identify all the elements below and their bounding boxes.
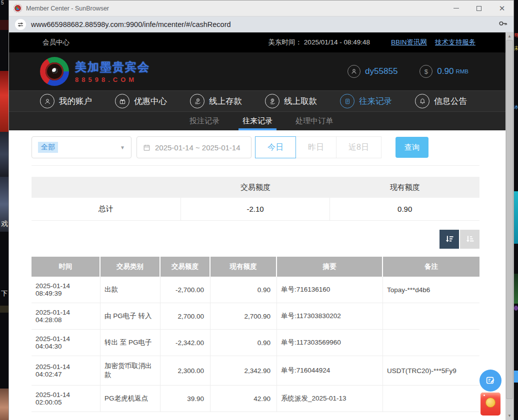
summary-total-row: 总计 -2.10 0.90 (32, 198, 480, 221)
feedback-compose-button[interactable] (480, 370, 502, 392)
cell-amount: -2,342.00 (160, 330, 210, 356)
background-fragment (514, 306, 518, 311)
site-logo-text[interactable]: 美加墨贵宾会 88598.COM (75, 59, 150, 83)
background-fragment (0, 132, 8, 177)
window-title: Member Center - SunBrowser (26, 5, 444, 12)
title-bar: Member Center - SunBrowser ✕ (9, 0, 514, 16)
cell-balance: 2,700.90 (210, 303, 277, 329)
sort-ascending-button[interactable] (460, 230, 480, 249)
type-selected-value: 全部 (38, 142, 58, 153)
cell-time: 2025-01-14 02:00:05 (32, 386, 100, 412)
scrollbar-thumb[interactable] (506, 40, 513, 399)
address-bar: www665988682.88598y.com:9900/infe/mcente… (9, 16, 514, 32)
summary-header-balance: 现有额度 (330, 183, 480, 192)
site-logo-icon[interactable] (40, 57, 69, 86)
sub-navigation: 投注记录 往来记录 处理中订单 (9, 111, 514, 130)
cell-remark (383, 303, 480, 329)
background-fragment: 下 (0, 291, 8, 296)
password-key-icon[interactable] (498, 20, 508, 29)
time-value: 2025/01/14 - 08:49:48 (304, 38, 370, 46)
col-time: 时间 (32, 257, 100, 277)
summary-total-label: 总计 (32, 198, 181, 220)
tab-betting-records[interactable]: 投注记录 (186, 112, 224, 130)
nav-promotions[interactable]: 优惠中心 (115, 94, 167, 108)
tab-pending-orders[interactable]: 处理中订单 (292, 112, 337, 130)
type-select[interactable]: 全部 ▼ (32, 136, 132, 158)
table-row: 2025-01-14 04:04:30 转出 至 PG电子 -2,342.00 … (32, 330, 480, 356)
col-summary: 摘要 (277, 257, 383, 277)
background-fragment (0, 71, 8, 132)
nav-label: 我的账户 (59, 96, 92, 107)
cell-remark (383, 386, 480, 412)
username-value: dy55855 (365, 66, 398, 76)
maximize-button[interactable] (468, 0, 490, 16)
nav-label: 优惠中心 (134, 96, 167, 107)
chevron-down-icon: ▼ (120, 145, 125, 150)
gift-icon (115, 94, 130, 108)
nav-transaction-records[interactable]: 往来记录 (340, 94, 392, 108)
cell-balance: 2,342.90 (210, 356, 277, 385)
filter-toolbar: 全部 ▼ 2025-01-14 ~ 2025-01-14 今日 昨日 近8日 (32, 136, 506, 158)
scroll-up-icon[interactable]: ▲ (506, 32, 514, 39)
sort-descending-button[interactable] (440, 230, 459, 249)
breadcrumb: 会员中心 (42, 38, 70, 47)
last-8-days-button[interactable]: 近8日 (336, 136, 382, 158)
browser-window: Member Center - SunBrowser ✕ www66598868… (8, 0, 514, 420)
balance-display[interactable]: $ 0.90 RMB (420, 65, 468, 78)
cell-balance: 42.90 (210, 386, 277, 412)
minimize-button[interactable] (444, 0, 468, 16)
tech-support-link[interactable]: 技术支持服务 (435, 38, 476, 47)
cell-amount: -2,700.00 (160, 277, 210, 303)
bbin-news-link[interactable]: BBIN资讯网 (391, 38, 427, 47)
cell-summary: 单号:716136160 (277, 277, 383, 303)
close-button[interactable]: ✕ (490, 0, 514, 16)
desktop: 5 戏 下 尊 未 本 Member Center - SunBrowser ✕ (0, 0, 518, 420)
nav-my-account[interactable]: 我的账户 (40, 94, 92, 108)
background-fragment (514, 274, 518, 304)
divider (32, 165, 480, 166)
nav-withdraw[interactable]: 线上取款 (265, 94, 317, 108)
cell-amount: 2,700.00 (160, 303, 210, 329)
summary-balance-total: 0.90 (330, 198, 480, 220)
summary-header-row: 交易额度 现有额度 (32, 177, 480, 198)
nav-announcements[interactable]: 信息公告 (415, 94, 467, 108)
url-text[interactable]: www665988682.88598y.com:9900/infe/mcente… (31, 20, 498, 28)
page-scrollbar[interactable]: ▲ ▼ (506, 32, 514, 420)
nav-label: 往来记录 (359, 96, 392, 107)
site-header: 美加墨贵宾会 88598.COM dy55855 $ 0.90 RMB (9, 52, 514, 90)
scroll-down-icon[interactable]: ▼ (506, 412, 514, 419)
gold-coin-icon (486, 398, 496, 408)
today-button[interactable]: 今日 (255, 136, 296, 158)
account-icon (40, 94, 54, 108)
background-fragment (0, 389, 8, 420)
site-info-button[interactable] (15, 19, 26, 30)
cell-summary: 单号:716044924 (277, 356, 383, 385)
eastern-time: 美东时间： 2025/01/14 - 08:49:48 (268, 38, 370, 47)
background-window-right: 尊 未 本 (514, 0, 518, 420)
background-fragment: 未 (514, 46, 518, 51)
username-display[interactable]: dy55855 (348, 65, 398, 78)
tab-transaction-records[interactable]: 往来记录 (238, 112, 276, 130)
time-label: 美东时间： (268, 38, 302, 46)
table-row: 2025-01-14 04:02:47 加密货币取消出款 2,300.00 2,… (32, 356, 480, 386)
logo-subtitle: 88598.COM (75, 76, 150, 83)
webpage: 会员中心 美东时间： 2025/01/14 - 08:49:48 BBIN资讯网… (9, 32, 514, 420)
table-header-row: 时间 交易类别 交易额度 现有额度 摘要 备注 (32, 257, 480, 277)
nav-deposit[interactable]: 线上存款 (190, 94, 242, 108)
yesterday-button[interactable]: 昨日 (296, 136, 336, 158)
search-button[interactable]: 查询 (396, 137, 428, 158)
sparkle-dot (484, 395, 485, 396)
col-type: 交易类别 (100, 257, 160, 277)
bell-icon (415, 94, 430, 108)
cell-remark: USDT(TRC20)-***5Fy9 (383, 356, 480, 385)
red-envelope-button[interactable] (480, 393, 500, 416)
date-range-input[interactable]: 2025-01-14 ~ 2025-01-14 (136, 136, 252, 158)
background-fragment (514, 371, 518, 383)
deposit-coin-icon (190, 94, 204, 108)
close-icon: ✕ (499, 4, 506, 12)
cell-balance: 0.90 (210, 330, 277, 356)
background-fragment: 5 (0, 0, 8, 5)
user-icon (348, 65, 360, 78)
summary-table: 交易额度 现有额度 总计 -2.10 0.90 (32, 177, 480, 221)
col-amount: 交易额度 (160, 257, 210, 277)
